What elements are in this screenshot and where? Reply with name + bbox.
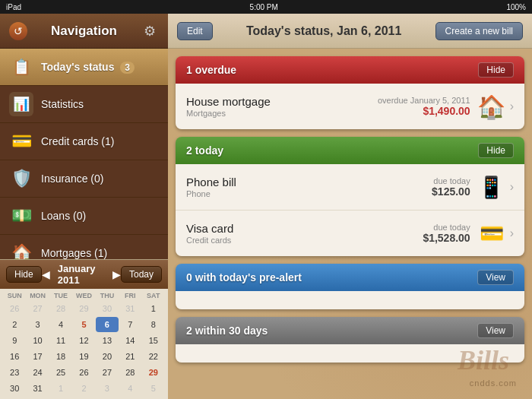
calendar-day[interactable]: 8	[142, 317, 165, 332]
pre-alert-view-btn[interactable]: View	[477, 270, 514, 285]
credit-cards-icon: 💳	[9, 129, 33, 154]
bill-due-house: overdue January 5, 2011	[378, 96, 470, 105]
calendar-day[interactable]: 21	[119, 349, 141, 364]
sidebar-header: ↺ Navigation ⚙	[0, 14, 168, 49]
calendar-day[interactable]: 12	[72, 333, 95, 348]
calendar-day[interactable]: 15	[142, 333, 165, 348]
calendar-day[interactable]: 30	[96, 301, 119, 316]
calendar-day[interactable]: 28	[49, 301, 72, 316]
overdue-section: 1 overdue Hide House mortgage Mortgages …	[176, 56, 524, 129]
today-section-label: 2 today	[186, 144, 223, 157]
sidebar-title: Navigation	[51, 24, 117, 39]
overdue-label: 1 overdue	[186, 64, 236, 76]
calendar-day[interactable]: 11	[49, 333, 72, 348]
today-hide-btn[interactable]: Hide	[478, 143, 514, 158]
insurance-icon: 🛡️	[9, 166, 33, 191]
calendar-prev-btn[interactable]: ◀	[42, 268, 50, 280]
calendar-day[interactable]: 2	[3, 317, 26, 332]
within30-section: 2 within 30 days View	[176, 317, 524, 363]
calendar-day[interactable]: 27	[26, 301, 49, 316]
calendar-next-btn[interactable]: ▶	[112, 268, 121, 280]
calendar-day[interactable]: 17	[26, 349, 49, 364]
bill-name-visa: Visa card	[186, 222, 423, 235]
sidebar-item-mortgages[interactable]: 🏠 Mortgages (1)	[0, 235, 168, 259]
app-container: iPad 5:00 PM 100% ↺ Navigation ⚙ 📋	[0, 0, 532, 399]
today-section-header: 2 today Hide	[176, 137, 524, 164]
within30-view-btn[interactable]: View	[477, 323, 514, 338]
phone-bill-icon: 📱	[477, 172, 507, 202]
calendar-day[interactable]: 25	[49, 365, 72, 380]
calendar-day[interactable]: 23	[3, 365, 26, 380]
loans-icon: 💵	[9, 204, 33, 228]
bill-item-visa[interactable]: Visa card Credit cards due today $1,528.…	[176, 211, 524, 256]
pre-alert-section: 0 with today's pre-alert View	[176, 264, 524, 309]
calendar-day[interactable]: 26	[3, 301, 26, 316]
sidebar-item-statistics[interactable]: 📊 Statistics	[0, 86, 168, 123]
today-badge: 3	[120, 62, 135, 74]
sidebar-item-loans[interactable]: 💵 Loans (0)	[0, 198, 168, 235]
calendar-day[interactable]: 7	[119, 317, 141, 332]
calendar-day[interactable]: 16	[3, 349, 26, 364]
overdue-header: 1 overdue Hide	[176, 56, 524, 84]
sidebar: ↺ Navigation ⚙ 📋 Today's status 3	[0, 14, 168, 399]
bill-item-house-mortgage[interactable]: House mortgage Mortgages overdue January…	[176, 84, 524, 129]
main-content: Edit Today's status, Jan 6, 2011 Create …	[168, 14, 532, 399]
within30-label: 2 within 30 days	[186, 325, 268, 337]
calendar-day[interactable]: 1	[142, 301, 165, 316]
bill-chevron-visa: ›	[510, 226, 514, 240]
calendar-day[interactable]: 29	[72, 301, 95, 316]
calendar-day[interactable]: 13	[96, 333, 119, 348]
calendar-day[interactable]: 3	[96, 381, 119, 396]
today-icon: 📋	[9, 55, 33, 79]
calendar-day[interactable]: 27	[96, 365, 119, 380]
calendar-hide-btn[interactable]: Hide	[6, 266, 42, 283]
bill-info-visa: Visa card Credit cards	[186, 222, 423, 245]
gear-button[interactable]: ⚙	[141, 22, 159, 40]
calendar-day[interactable]: 10	[26, 333, 49, 348]
sidebar-item-insurance[interactable]: 🛡️ Insurance (0)	[0, 160, 168, 198]
calendar-day[interactable]: 18	[49, 349, 72, 364]
bill-category-phone: Phone	[186, 189, 432, 198]
calendar-day[interactable]: 4	[119, 381, 141, 396]
calendar-day[interactable]: 14	[119, 333, 141, 348]
overdue-bill-list: House mortgage Mortgages overdue January…	[176, 84, 524, 129]
calendar-day[interactable]: 6	[96, 317, 119, 332]
today-item-label: Today's status 3	[41, 61, 135, 73]
header-title: Today's status, Jan 6, 2011	[246, 24, 402, 38]
calendar-day[interactable]: 4	[49, 317, 72, 332]
bill-due-phone: due today	[433, 176, 470, 185]
calendar-day[interactable]: 22	[142, 349, 165, 364]
calendar-day[interactable]: 28	[119, 365, 141, 380]
content-body: 1 overdue Hide House mortgage Mortgages …	[168, 49, 532, 399]
within30-header: 2 within 30 days View	[176, 317, 524, 344]
calendar-day[interactable]: 20	[96, 349, 119, 364]
bill-amount-area-visa: due today $1,528.00	[423, 223, 470, 244]
bill-item-phone[interactable]: Phone bill Phone due today $125.00 📱 ›	[176, 164, 524, 211]
calendar-day[interactable]: 30	[3, 381, 26, 396]
bill-amount-phone: $125.00	[432, 185, 470, 198]
calendar-day[interactable]: 19	[72, 349, 95, 364]
overdue-hide-btn[interactable]: Hide	[478, 62, 514, 78]
calendar-day[interactable]: 3	[26, 317, 49, 332]
calendar-day[interactable]: 5	[72, 317, 95, 332]
calendar-section: Hide ◀ January 2011 ▶ Today SUN MON TUE …	[0, 259, 168, 399]
calendar-days: 2627282930311234567891011121314151617181…	[3, 301, 165, 396]
carrier-label: iPad	[6, 3, 21, 11]
calendar-day[interactable]: 9	[3, 333, 26, 348]
calendar-day[interactable]: 26	[72, 365, 95, 380]
calendar-day[interactable]: 31	[26, 381, 49, 396]
calendar-day[interactable]: 24	[26, 365, 49, 380]
calendar-day[interactable]: 5	[142, 381, 165, 396]
bill-chevron-phone: ›	[510, 180, 514, 194]
sidebar-item-credit-cards[interactable]: 💳 Credit cards (1)	[0, 123, 168, 160]
calendar-day[interactable]: 1	[49, 381, 72, 396]
calendar-day[interactable]: 2	[72, 381, 95, 396]
calendar-day[interactable]: 29	[142, 365, 165, 380]
edit-button[interactable]: Edit	[177, 22, 213, 40]
create-new-bill-button[interactable]: Create a new bill	[435, 22, 523, 40]
calendar-day[interactable]: 31	[119, 301, 141, 316]
sidebar-item-today[interactable]: 📋 Today's status 3	[0, 49, 168, 86]
calendar-today-btn[interactable]: Today	[121, 266, 162, 283]
refresh-button[interactable]: ↺	[9, 22, 27, 40]
bill-info-phone: Phone bill Phone	[186, 176, 432, 198]
